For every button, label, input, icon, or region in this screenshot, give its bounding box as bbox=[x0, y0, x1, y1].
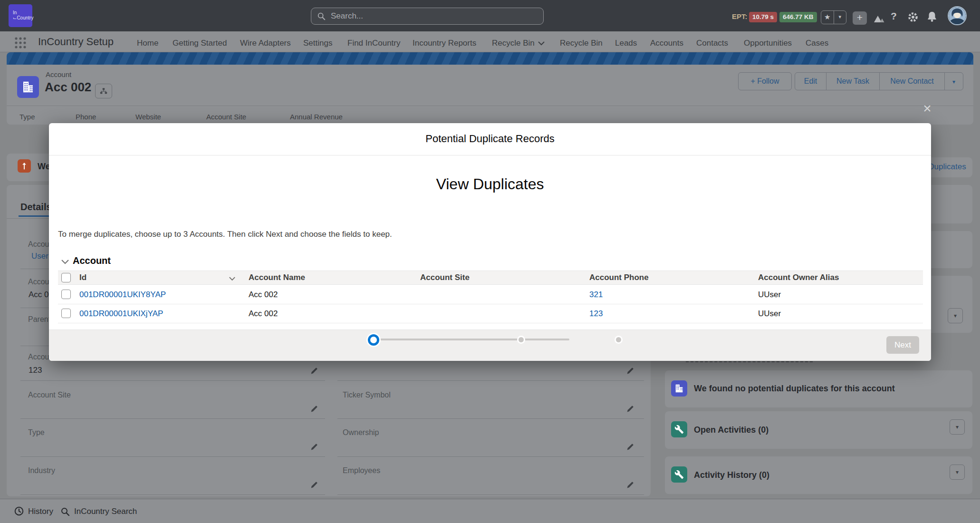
chevron-down-icon: ▾ bbox=[956, 469, 959, 475]
section-chevron-down-icon[interactable] bbox=[61, 259, 69, 265]
sort-chevron-down-icon[interactable] bbox=[229, 276, 236, 281]
column-header-id[interactable]: Id bbox=[79, 273, 86, 282]
edit-pencil-icon[interactable] bbox=[310, 405, 318, 413]
search-input[interactable] bbox=[330, 11, 531, 21]
user-avatar[interactable] bbox=[948, 6, 967, 25]
tab-details[interactable]: Details bbox=[20, 202, 52, 213]
wrench-icon bbox=[671, 466, 687, 483]
tab-recycle-bin-1[interactable]: Recycle Bin bbox=[492, 39, 535, 48]
dashed-divider bbox=[686, 361, 813, 362]
record-id-link[interactable]: 001DR00001UKIY8YAP bbox=[79, 290, 166, 300]
modal-close-icon[interactable]: × bbox=[919, 101, 935, 117]
view-duplicates-heading: View Duplicates bbox=[49, 175, 931, 193]
progress-track bbox=[373, 339, 569, 340]
favorites-button-group[interactable]: ★ ▾ bbox=[821, 10, 846, 24]
new-task-button[interactable]: New Task bbox=[826, 72, 880, 90]
account-section-label[interactable]: Account bbox=[73, 255, 111, 266]
next-button[interactable]: Next bbox=[886, 336, 919, 354]
column-header-account-name[interactable]: Account Name bbox=[249, 273, 305, 282]
card-menu-dropdown-button[interactable]: ▾ bbox=[950, 465, 965, 480]
card-menu-dropdown-button[interactable]: ▾ bbox=[950, 419, 965, 435]
field-divider bbox=[20, 418, 325, 419]
modal-header-divider bbox=[49, 155, 931, 155]
ept-size-badge: 646.77 KB bbox=[779, 12, 817, 22]
ept-label: EPT: bbox=[732, 12, 748, 20]
utility-history[interactable]: History bbox=[28, 507, 53, 516]
field-divider bbox=[337, 418, 644, 419]
tab-recycle-bin-2[interactable]: Recycle Bin bbox=[560, 39, 603, 48]
field-label-employees: Employees bbox=[343, 466, 380, 475]
plus-icon: + bbox=[750, 77, 757, 85]
row-divider bbox=[58, 323, 923, 323]
tab-getting-started[interactable]: Getting Started bbox=[173, 39, 227, 48]
trailhead-icon[interactable] bbox=[873, 13, 886, 23]
ept-time-badge: 10.79 s bbox=[749, 12, 777, 22]
help-icon[interactable]: ? bbox=[891, 10, 897, 22]
favorites-menu-icon[interactable]: ▾ bbox=[834, 11, 846, 24]
tab-accounts[interactable]: Accounts bbox=[650, 39, 683, 48]
edit-pencil-icon[interactable] bbox=[626, 443, 634, 451]
account-hierarchy-icon[interactable] bbox=[95, 84, 112, 98]
potential-duplicates-modal: Potential Duplicate Records View Duplica… bbox=[49, 123, 931, 361]
modal-footer bbox=[49, 329, 931, 361]
highlight-field-type: Type bbox=[19, 113, 35, 121]
field-value-account-number: 123 bbox=[29, 366, 42, 375]
edit-pencil-icon[interactable] bbox=[626, 405, 634, 413]
activity-history-title: Activity History (0) bbox=[694, 470, 769, 480]
incountry-logo: In⌙Country bbox=[9, 4, 32, 27]
modal-title: Potential Duplicate Records bbox=[49, 133, 931, 145]
field-label-account-site: Account Site bbox=[28, 391, 71, 399]
app-launcher-waffle-icon[interactable] bbox=[14, 37, 27, 49]
global-search[interactable] bbox=[311, 8, 544, 25]
tab-home[interactable]: Home bbox=[137, 39, 158, 48]
edit-pencil-icon[interactable] bbox=[310, 367, 318, 375]
edit-pencil-icon[interactable] bbox=[310, 481, 318, 489]
setup-gear-icon[interactable] bbox=[907, 11, 919, 23]
phone-link[interactable]: 123 bbox=[589, 309, 603, 319]
edit-pencil-icon[interactable] bbox=[626, 481, 634, 489]
row-checkbox[interactable] bbox=[61, 309, 71, 318]
tab-contacts[interactable]: Contacts bbox=[696, 39, 728, 48]
column-header-account-site[interactable]: Account Site bbox=[420, 273, 470, 282]
global-actions-plus-icon[interactable]: + bbox=[853, 11, 867, 25]
tab-find-incountry[interactable]: Find InCountry bbox=[347, 39, 401, 48]
tab-menu-chevron-down-icon[interactable] bbox=[538, 41, 545, 46]
more-actions-dropdown-button[interactable]: ▾ bbox=[944, 72, 963, 90]
account-object-icon bbox=[671, 380, 687, 397]
record-id-link[interactable]: 001DR00001UKIXjYAP bbox=[79, 309, 163, 319]
favorite-star-icon[interactable]: ★ bbox=[821, 11, 834, 24]
cell-owner-alias: UUser bbox=[758, 309, 781, 319]
tab-cases[interactable]: Cases bbox=[806, 39, 828, 48]
tab-settings[interactable]: Settings bbox=[303, 39, 332, 48]
highlight-field-phone: Phone bbox=[76, 113, 96, 121]
search-icon[interactable] bbox=[60, 507, 70, 516]
tab-leads[interactable]: Leads bbox=[615, 39, 637, 48]
phone-link[interactable]: 321 bbox=[589, 290, 603, 300]
record-title: Acc 002 bbox=[45, 80, 91, 95]
edit-pencil-icon[interactable] bbox=[310, 443, 318, 451]
select-all-checkbox[interactable] bbox=[61, 273, 71, 282]
tab-wire-adapters[interactable]: Wire Adapters bbox=[240, 39, 291, 48]
edit-button[interactable]: Edit bbox=[795, 72, 826, 90]
utility-incountry-search[interactable]: InCountry Search bbox=[74, 507, 137, 516]
column-header-owner-alias[interactable]: Account Owner Alias bbox=[758, 273, 839, 282]
utility-bar bbox=[0, 499, 980, 523]
new-contact-button[interactable]: New Contact bbox=[879, 72, 945, 90]
search-icon bbox=[317, 12, 326, 20]
chevron-down-icon: ▾ bbox=[952, 78, 955, 85]
history-clock-icon[interactable] bbox=[14, 506, 24, 516]
edit-pencil-icon[interactable] bbox=[626, 367, 634, 375]
merge-duplicates-icon bbox=[18, 159, 31, 173]
highlight-field-annual-revenue: Annual Revenue bbox=[290, 113, 343, 121]
follow-button[interactable]: + Follow bbox=[738, 72, 792, 90]
app-name: InCountry Setup bbox=[38, 36, 114, 48]
tab-incountry-reports[interactable]: Incountry Reports bbox=[413, 39, 476, 48]
row-checkbox[interactable] bbox=[61, 290, 71, 299]
account-object-icon bbox=[17, 76, 39, 98]
notifications-bell-icon[interactable] bbox=[926, 10, 938, 23]
field-label-industry: Industry bbox=[28, 466, 55, 475]
progress-step-2 bbox=[519, 337, 524, 342]
column-header-account-phone[interactable]: Account Phone bbox=[589, 273, 649, 282]
tab-opportunities[interactable]: Opportunities bbox=[744, 39, 792, 48]
card-menu-dropdown-button[interactable]: ▾ bbox=[948, 308, 963, 323]
